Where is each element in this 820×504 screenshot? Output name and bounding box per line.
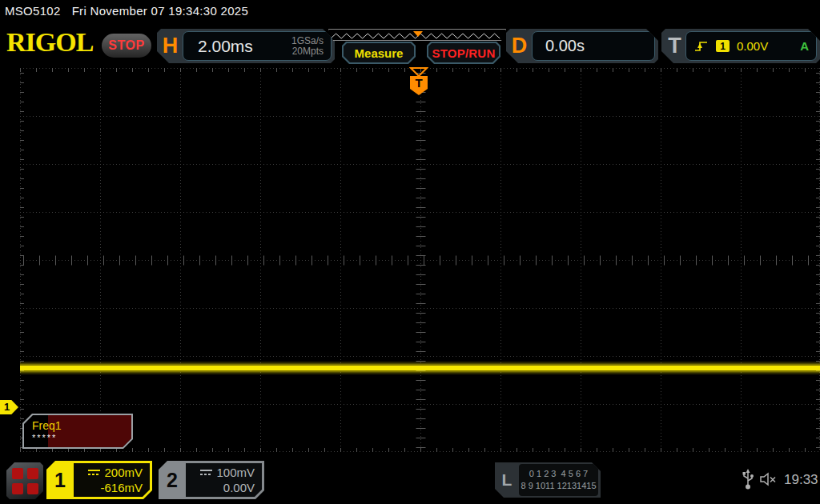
rising-edge-icon	[693, 40, 709, 53]
dc-coupling-icon	[200, 469, 212, 476]
speaker-mute-icon	[759, 471, 780, 487]
measurement-value: *****	[32, 433, 57, 442]
dc-coupling-icon	[88, 469, 100, 476]
logic-row2: 8 9 1011 12131415	[521, 480, 597, 492]
grid-lines	[20, 68, 820, 452]
delay-value: 0.00s	[545, 37, 585, 55]
datetime-text: Fri November 07 19:34:30 2025	[72, 4, 249, 18]
channel2-offset: 0.00V	[223, 480, 255, 495]
channel2-number: 2	[159, 461, 186, 499]
trigger-mode-auto: A	[800, 39, 809, 53]
graticule	[0, 68, 820, 452]
usb-icon	[742, 469, 754, 491]
svg-text:T: T	[415, 76, 422, 90]
oscilloscope-screen: MSO5102 Fri November 07 19:34:30 2025 RI…	[0, 0, 820, 504]
logic-label: L	[495, 462, 519, 498]
waveform-preview-strip[interactable]	[328, 29, 506, 41]
delay-panel[interactable]: D 0.00s	[506, 29, 658, 63]
channel1-number: 1	[46, 461, 74, 499]
logic-row1: 0 1 2 3 4 5 6 7	[529, 468, 588, 480]
logic-channels-panel[interactable]: L 0 1 2 3 4 5 6 7 8 9 1011 12131415	[495, 462, 601, 498]
clock-text: 19:33	[784, 472, 818, 488]
horizontal-label: H	[157, 29, 183, 63]
channel2-scale: 100mV	[216, 465, 255, 480]
model-name: MSO5102	[5, 4, 61, 18]
preview-waveform-icon	[329, 30, 505, 41]
run-state-indicator: STOP	[102, 34, 151, 58]
title-bar: MSO5102 Fri November 07 19:34:30 2025	[5, 4, 248, 18]
channel2-badge[interactable]: 2 100mV 0.00V	[159, 461, 264, 499]
timebase-value: 2.00ms	[198, 37, 253, 56]
trigger-position-marker[interactable]: T	[409, 67, 428, 98]
memory-depth: 20Mpts	[292, 46, 324, 57]
trigger-panel[interactable]: T 1 0.00V A	[661, 29, 820, 63]
channel1-scale: 200mV	[104, 465, 143, 480]
grid-menu-button[interactable]	[6, 462, 43, 499]
trigger-source-badge: 1	[716, 40, 730, 52]
horizontal-panel[interactable]: H 2.00ms 1GSa/s20Mpts	[157, 29, 335, 63]
channel1-badge[interactable]: 1 200mV -616mV	[46, 461, 152, 499]
delay-label: D	[506, 29, 533, 63]
sample-rate: 1GSa/s	[291, 35, 324, 46]
measurement-name: Freq1	[32, 419, 62, 432]
trigger-triangle-icon	[411, 68, 427, 76]
acquisition-info: 1GSa/s20Mpts	[291, 36, 324, 57]
trigger-label: T	[661, 29, 688, 63]
ch1-trace	[20, 362, 820, 374]
grid-menu-icon	[12, 468, 38, 494]
measurement-item-freq1[interactable]: Freq1 *****	[22, 414, 133, 449]
rigol-logo: RIGOL	[6, 27, 93, 58]
trigger-level-value: 0.00V	[737, 39, 768, 53]
measure-button[interactable]: Measure	[342, 42, 416, 64]
stop-run-button[interactable]: STOP/RUN	[427, 42, 500, 64]
channel1-offset: -616mV	[100, 480, 143, 495]
